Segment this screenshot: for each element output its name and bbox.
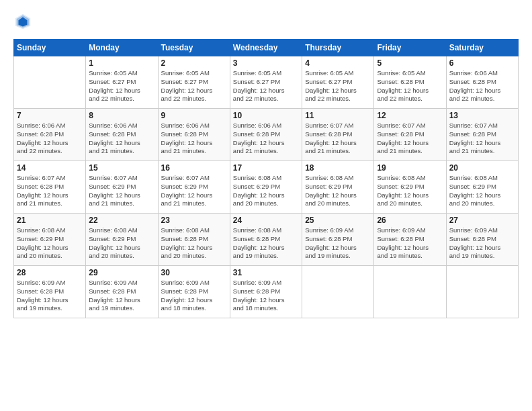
day-cell: 30Sunrise: 6:09 AM Sunset: 6:28 PM Dayli… (158, 266, 230, 318)
day-cell: 15Sunrise: 6:07 AM Sunset: 6:29 PM Dayli… (86, 161, 158, 214)
day-info: Sunrise: 6:06 AM Sunset: 6:28 PM Dayligh… (233, 122, 299, 156)
day-info: Sunrise: 6:08 AM Sunset: 6:29 PM Dayligh… (233, 174, 299, 208)
day-number: 17 (233, 163, 299, 173)
day-number: 14 (17, 163, 83, 173)
day-number: 25 (305, 216, 371, 225)
day-info: Sunrise: 6:05 AM Sunset: 6:27 PM Dayligh… (233, 69, 299, 103)
header-cell-tuesday: Tuesday (158, 40, 230, 56)
day-cell (14, 56, 86, 109)
day-cell: 1Sunrise: 6:05 AM Sunset: 6:27 PM Daylig… (86, 56, 158, 109)
day-info: Sunrise: 6:07 AM Sunset: 6:28 PM Dayligh… (377, 122, 443, 156)
calendar-table: SundayMondayTuesdayWednesdayThursdayFrid… (13, 39, 519, 318)
week-row-4: 21Sunrise: 6:08 AM Sunset: 6:29 PM Dayli… (14, 214, 519, 266)
day-info: Sunrise: 6:09 AM Sunset: 6:28 PM Dayligh… (305, 226, 371, 261)
day-cell: 20Sunrise: 6:08 AM Sunset: 6:29 PM Dayli… (446, 161, 518, 214)
day-number: 26 (377, 216, 443, 225)
day-cell: 13Sunrise: 6:07 AM Sunset: 6:28 PM Dayli… (446, 109, 518, 161)
day-number: 8 (89, 111, 154, 120)
day-info: Sunrise: 6:08 AM Sunset: 6:28 PM Dayligh… (161, 226, 227, 261)
day-cell: 10Sunrise: 6:06 AM Sunset: 6:28 PM Dayli… (230, 109, 302, 161)
day-info: Sunrise: 6:08 AM Sunset: 6:29 PM Dayligh… (377, 174, 443, 208)
day-cell: 14Sunrise: 6:07 AM Sunset: 6:28 PM Dayli… (14, 161, 86, 214)
header-cell-monday: Monday (86, 40, 158, 56)
day-info: Sunrise: 6:06 AM Sunset: 6:28 PM Dayligh… (449, 69, 515, 103)
day-number: 13 (449, 111, 515, 120)
day-cell: 25Sunrise: 6:09 AM Sunset: 6:28 PM Dayli… (302, 214, 374, 266)
day-info: Sunrise: 6:08 AM Sunset: 6:28 PM Dayligh… (233, 226, 299, 261)
day-cell: 2Sunrise: 6:05 AM Sunset: 6:27 PM Daylig… (158, 56, 230, 109)
header-row: SundayMondayTuesdayWednesdayThursdayFrid… (14, 40, 519, 56)
week-row-1: 1Sunrise: 6:05 AM Sunset: 6:27 PM Daylig… (14, 56, 519, 109)
day-number: 24 (233, 216, 299, 225)
calendar-page: SundayMondayTuesdayWednesdayThursdayFrid… (0, 0, 532, 325)
day-number: 23 (161, 216, 227, 225)
day-number: 20 (449, 163, 515, 173)
day-cell: 27Sunrise: 6:09 AM Sunset: 6:28 PM Dayli… (446, 214, 518, 266)
logo (13, 12, 35, 31)
day-cell: 19Sunrise: 6:08 AM Sunset: 6:29 PM Dayli… (374, 161, 446, 214)
day-info: Sunrise: 6:07 AM Sunset: 6:28 PM Dayligh… (449, 122, 515, 156)
day-number: 30 (161, 268, 227, 277)
day-number: 11 (305, 111, 371, 120)
header-cell-thursday: Thursday (302, 40, 374, 56)
week-row-5: 28Sunrise: 6:09 AM Sunset: 6:28 PM Dayli… (14, 266, 519, 318)
day-info: Sunrise: 6:08 AM Sunset: 6:29 PM Dayligh… (449, 174, 515, 208)
day-number: 1 (89, 58, 154, 68)
day-info: Sunrise: 6:07 AM Sunset: 6:28 PM Dayligh… (305, 122, 371, 156)
day-cell (302, 266, 374, 318)
header (13, 12, 519, 31)
day-cell: 3Sunrise: 6:05 AM Sunset: 6:27 PM Daylig… (230, 56, 302, 109)
day-cell: 7Sunrise: 6:06 AM Sunset: 6:28 PM Daylig… (14, 109, 86, 161)
day-number: 6 (449, 58, 515, 68)
day-number: 7 (17, 111, 83, 120)
day-info: Sunrise: 6:05 AM Sunset: 6:27 PM Dayligh… (89, 69, 154, 103)
day-cell (446, 266, 518, 318)
day-number: 28 (17, 268, 83, 277)
day-cell: 24Sunrise: 6:08 AM Sunset: 6:28 PM Dayli… (230, 214, 302, 266)
day-info: Sunrise: 6:09 AM Sunset: 6:28 PM Dayligh… (233, 279, 299, 313)
day-number: 21 (17, 216, 83, 225)
header-cell-sunday: Sunday (14, 40, 86, 56)
day-info: Sunrise: 6:07 AM Sunset: 6:29 PM Dayligh… (89, 174, 154, 208)
day-cell: 29Sunrise: 6:09 AM Sunset: 6:28 PM Dayli… (86, 266, 158, 318)
day-cell: 21Sunrise: 6:08 AM Sunset: 6:29 PM Dayli… (14, 214, 86, 266)
header-cell-wednesday: Wednesday (230, 40, 302, 56)
day-number: 29 (89, 268, 154, 277)
week-row-3: 14Sunrise: 6:07 AM Sunset: 6:28 PM Dayli… (14, 161, 519, 214)
day-info: Sunrise: 6:07 AM Sunset: 6:28 PM Dayligh… (17, 174, 83, 208)
day-number: 2 (161, 58, 227, 68)
day-cell: 16Sunrise: 6:07 AM Sunset: 6:29 PM Dayli… (158, 161, 230, 214)
day-number: 5 (377, 58, 443, 68)
day-info: Sunrise: 6:09 AM Sunset: 6:28 PM Dayligh… (17, 279, 83, 313)
day-info: Sunrise: 6:09 AM Sunset: 6:28 PM Dayligh… (449, 226, 515, 261)
day-info: Sunrise: 6:06 AM Sunset: 6:28 PM Dayligh… (89, 122, 154, 156)
day-cell: 12Sunrise: 6:07 AM Sunset: 6:28 PM Dayli… (374, 109, 446, 161)
logo-icon (13, 12, 32, 31)
day-number: 9 (161, 111, 227, 120)
day-info: Sunrise: 6:08 AM Sunset: 6:29 PM Dayligh… (305, 174, 371, 208)
day-cell: 23Sunrise: 6:08 AM Sunset: 6:28 PM Dayli… (158, 214, 230, 266)
day-info: Sunrise: 6:09 AM Sunset: 6:28 PM Dayligh… (377, 226, 443, 261)
day-cell: 11Sunrise: 6:07 AM Sunset: 6:28 PM Dayli… (302, 109, 374, 161)
day-cell: 31Sunrise: 6:09 AM Sunset: 6:28 PM Dayli… (230, 266, 302, 318)
day-info: Sunrise: 6:06 AM Sunset: 6:28 PM Dayligh… (161, 122, 227, 156)
day-info: Sunrise: 6:06 AM Sunset: 6:28 PM Dayligh… (17, 122, 83, 156)
week-row-2: 7Sunrise: 6:06 AM Sunset: 6:28 PM Daylig… (14, 109, 519, 161)
day-cell (374, 266, 446, 318)
day-cell: 18Sunrise: 6:08 AM Sunset: 6:29 PM Dayli… (302, 161, 374, 214)
day-cell: 17Sunrise: 6:08 AM Sunset: 6:29 PM Dayli… (230, 161, 302, 214)
day-cell: 26Sunrise: 6:09 AM Sunset: 6:28 PM Dayli… (374, 214, 446, 266)
day-cell: 5Sunrise: 6:05 AM Sunset: 6:28 PM Daylig… (374, 56, 446, 109)
header-cell-saturday: Saturday (446, 40, 518, 56)
day-number: 3 (233, 58, 299, 68)
day-number: 19 (377, 163, 443, 173)
day-cell: 6Sunrise: 6:06 AM Sunset: 6:28 PM Daylig… (446, 56, 518, 109)
day-info: Sunrise: 6:09 AM Sunset: 6:28 PM Dayligh… (89, 279, 154, 313)
day-info: Sunrise: 6:05 AM Sunset: 6:27 PM Dayligh… (305, 69, 371, 103)
day-number: 27 (449, 216, 515, 225)
header-cell-friday: Friday (374, 40, 446, 56)
day-info: Sunrise: 6:08 AM Sunset: 6:29 PM Dayligh… (17, 226, 83, 261)
day-number: 12 (377, 111, 443, 120)
day-number: 4 (305, 58, 371, 68)
day-cell: 4Sunrise: 6:05 AM Sunset: 6:27 PM Daylig… (302, 56, 374, 109)
